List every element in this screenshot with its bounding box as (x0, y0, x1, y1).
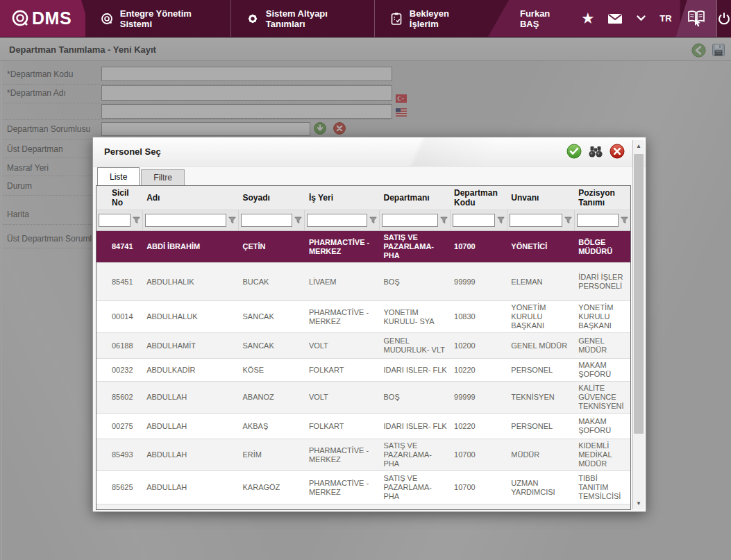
scroll-down-arrow[interactable]: ▼ (633, 498, 644, 509)
column-header[interactable]: Sicil No (96, 186, 142, 210)
filter-funnel-icon[interactable] (564, 217, 572, 224)
column-header[interactable]: Unvanı (507, 186, 574, 210)
filter-funnel-icon[interactable] (621, 217, 628, 224)
column-header[interactable]: Departman Kodu (450, 186, 507, 210)
filter-input[interactable] (307, 214, 367, 227)
table-row[interactable]: 00275ABDULLAHAKBAŞFOLKARTIDARI ISLER- FL… (96, 414, 630, 439)
table-row[interactable]: 00014ABDULHALUKSANCAKPHARMACTİVE - MERKE… (96, 301, 630, 333)
table-cell: 85493 (96, 439, 142, 471)
menu-entegre-yonetim-sistemi[interactable]: Entegre Yönetim Sistemi (85, 0, 231, 37)
filter-input[interactable] (382, 214, 438, 227)
gear-icon (246, 12, 259, 25)
filter-cell (142, 210, 238, 231)
filter-funnel-icon[interactable] (497, 217, 505, 224)
table-row[interactable]: 00232ABDULKADİRKÖSEFOLKARTIDARI ISLER- F… (96, 359, 630, 382)
table-cell: YÖNETİCİ (507, 231, 574, 263)
messages-envelope-icon[interactable] (607, 13, 623, 24)
table-cell: ABDULHALUK (142, 301, 238, 333)
table-cell: 84741 (96, 231, 142, 263)
table-cell: MAKAM ŞOFÖRÜ (574, 414, 630, 439)
table-cell: ABDULLAH (142, 382, 238, 414)
table-cell: ABDİ İBRAHİM (142, 231, 238, 263)
filter-funnel-icon[interactable] (294, 217, 302, 224)
menu-label: Sistem Altyapı Tanımları (266, 8, 359, 29)
filter-funnel-icon[interactable] (369, 217, 377, 224)
table-cell: KARAGÖZ (239, 471, 305, 504)
table-cell: 99999 (450, 504, 507, 511)
column-header[interactable]: Pozisyon Tanımı (574, 186, 630, 210)
menu-sistem-altyapi-tanimlari[interactable]: Sistem Altyapı Tanımları (231, 0, 375, 37)
table-cell: 10700 (450, 471, 507, 504)
filter-input[interactable] (453, 214, 495, 227)
close-button[interactable] (610, 144, 625, 159)
table-cell: AKBAŞ (239, 414, 305, 439)
dialog-header: Personel Seç (93, 137, 646, 167)
table-cell: KALİTE GÜVENCE TEKNİSYENİ (574, 382, 630, 414)
filter-funnel-icon[interactable] (228, 217, 236, 224)
filter-input[interactable] (145, 214, 226, 227)
table-cell: LİVAEM (305, 263, 380, 301)
table-cell: PHARMACTİVE - MERKEZ (305, 231, 380, 263)
dialog-tabs: Liste Filtre (93, 167, 646, 185)
chevron-down-icon[interactable] (637, 15, 646, 22)
filter-funnel-icon[interactable] (440, 217, 448, 224)
table-cell: MÜDÜR (507, 439, 574, 471)
user-name[interactable]: Furkan BAŞ (520, 8, 550, 29)
column-header[interactable]: Soyadı (239, 186, 305, 210)
table-cell: VOLT (305, 333, 380, 359)
scrollbar-thumb[interactable] (634, 154, 644, 434)
table-cell: ABANOZ (239, 382, 305, 414)
table-cell: 85451 (96, 263, 142, 301)
table-header-row: Sicil NoAdıSoyadıİş YeriDepartmanıDepart… (96, 186, 630, 210)
table-row[interactable]: 85625ABDULLAHKARAGÖZPHARMACTİVE - MERKEZ… (96, 471, 630, 504)
confirm-button[interactable] (566, 144, 582, 159)
power-icon (717, 12, 731, 26)
filter-cell (507, 210, 574, 231)
table-cell: UZMAN YARDIMCISI (507, 471, 574, 504)
column-header[interactable]: Adı (142, 186, 238, 210)
tab-filtre[interactable]: Filtre (141, 169, 185, 185)
personnel-table: Sicil NoAdıSoyadıİş YeriDepartmanıDepart… (96, 185, 631, 510)
vertical-scrollbar[interactable]: ▲ ▼ (632, 140, 644, 509)
table-row[interactable]: 06188ABDULHAMİTSANCAKVOLTGENEL MUDURLUK-… (96, 333, 630, 359)
menu-bekleyen-islerim[interactable]: Bekleyen İşlerim (375, 0, 488, 37)
qdms-logo[interactable]: DMS (0, 0, 85, 37)
table-cell: 99999 (450, 263, 507, 301)
logout-button[interactable] (717, 0, 731, 37)
filter-funnel-icon[interactable] (133, 217, 140, 224)
help-section[interactable] (676, 0, 716, 37)
filter-input[interactable] (510, 214, 562, 227)
table-cell: PERSONEL (507, 414, 574, 439)
filter-cell (380, 210, 451, 231)
table-cell: PERSONEL (507, 359, 574, 382)
binoculars-icon[interactable] (588, 144, 603, 159)
filter-input[interactable] (99, 214, 131, 227)
page-content: Departman Tanımlama - Yeni Kayıt *Depart… (0, 37, 731, 560)
table-cell: 85602 (96, 382, 142, 414)
user-section: Furkan BAŞ ★ TR (488, 0, 680, 37)
column-header[interactable]: İş Yeri (305, 186, 380, 210)
tab-liste[interactable]: Liste (97, 167, 140, 185)
table-cell: YÖNETİM KURULU BAŞKANI (574, 301, 630, 333)
table-row[interactable]: 84741ABDİ İBRAHİMÇETİNPHARMACTİVE - MERK… (96, 231, 630, 263)
table-cell: 06188 (96, 333, 142, 359)
top-navbar: DMS Entegre Yönetim Sistemi Sistem Altya… (0, 0, 731, 37)
menu-label: Entegre Yönetim Sistemi (120, 8, 215, 29)
table-row[interactable]: 85530ABDULLAHKELEŞPROMOTE DUDULLUBOŞ9999… (96, 504, 630, 511)
table-cell: IDARI ISLER- FLK (380, 414, 451, 439)
filter-input[interactable] (577, 214, 619, 227)
table-cell: VOLT (305, 382, 380, 414)
table-cell: ÇETİN (239, 231, 305, 263)
table-row[interactable]: 85602ABDULLAHABANOZVOLTBOŞ99999TEKNİSYEN… (96, 382, 630, 414)
table-cell: PROMOTE DUDULLU (305, 504, 380, 511)
language-selector[interactable]: TR (659, 13, 671, 24)
column-header[interactable]: Departmanı (380, 186, 451, 210)
scroll-up-arrow[interactable]: ▲ (633, 140, 644, 152)
filter-cell (305, 210, 380, 231)
table-row[interactable]: 85451ABDULHALIKBUCAKLİVAEMBOŞ99999ELEMAN… (96, 263, 630, 301)
filter-input[interactable] (241, 214, 292, 227)
table-cell: 99999 (450, 382, 507, 414)
favorites-star-icon[interactable]: ★ (582, 12, 594, 25)
table-row[interactable]: 85493ABDULLAHERİMPHARMACTİVE - MERKEZSAT… (96, 439, 630, 471)
table-cell: ABDULLAH (142, 414, 238, 439)
